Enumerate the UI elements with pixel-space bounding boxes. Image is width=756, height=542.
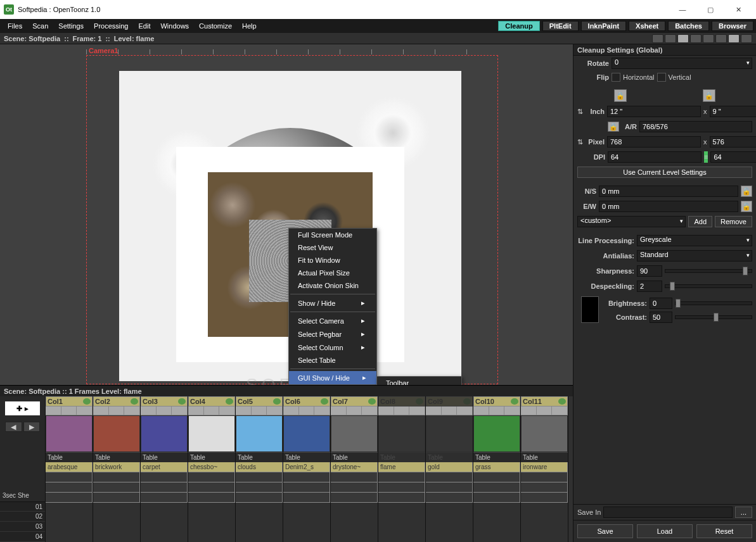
nav-next-button[interactable]: ▶ [23, 422, 41, 432]
frame-cell-empty[interactable] [93, 482, 140, 493]
menu-help[interactable]: Help [237, 22, 262, 30]
menu-item[interactable]: Reset View [289, 241, 376, 254]
eye-icon[interactable] [368, 398, 376, 405]
status-icon-3d[interactable] [690, 34, 702, 43]
frame-cell-empty[interactable] [46, 472, 93, 482]
sharpness-slider[interactable] [665, 269, 752, 273]
frame-cell[interactable]: flame [378, 462, 425, 472]
sharpness-input[interactable] [637, 265, 662, 277]
row-number[interactable]: 04 [0, 532, 45, 542]
column-header[interactable]: Col2 [93, 396, 140, 406]
eye-icon[interactable] [273, 398, 281, 405]
inch-height-input[interactable] [710, 106, 757, 117]
maximize-button[interactable]: ▢ [696, 1, 724, 18]
column-thumbnail[interactable] [474, 416, 520, 451]
column-header[interactable]: Col9 [426, 396, 473, 406]
menu-processing[interactable]: Processing [89, 22, 133, 30]
table-label[interactable]: Table [236, 452, 283, 462]
frame-cell-empty[interactable] [46, 493, 93, 503]
load-button[interactable]: Load [637, 524, 693, 538]
column-thumbnail[interactable] [284, 416, 330, 451]
status-icon-1[interactable] [652, 34, 663, 43]
tab-browser[interactable]: Browser [712, 21, 753, 31]
frame-cell-empty[interactable] [378, 482, 425, 493]
eye-icon[interactable] [83, 398, 91, 405]
tab-pltedit[interactable]: PltEdit [542, 21, 579, 31]
lock-icon[interactable]: 🔒 [703, 89, 715, 102]
frame-cell-empty[interactable] [236, 472, 283, 482]
frame-cell-empty[interactable] [473, 482, 520, 493]
frame-cell-empty[interactable] [46, 482, 93, 493]
frame-cell-empty[interactable] [521, 472, 568, 482]
frame-cell-empty[interactable] [331, 472, 378, 482]
frame-cell-empty[interactable] [188, 472, 235, 482]
tab-batches[interactable]: Batches [668, 21, 709, 31]
eye-icon[interactable] [178, 398, 186, 405]
link-dpi-icon[interactable]: = [704, 151, 708, 163]
column-header[interactable]: Col4 [188, 396, 235, 406]
status-icon-grid[interactable] [665, 34, 676, 43]
column-thumbnail[interactable] [46, 416, 92, 451]
frame-cell[interactable]: gold [426, 462, 473, 472]
ns-input[interactable] [599, 186, 738, 197]
status-icon-preview[interactable] [728, 34, 740, 43]
eye-icon[interactable] [321, 398, 328, 405]
status-icon-5[interactable] [715, 34, 727, 43]
status-icon-camera[interactable] [677, 34, 689, 43]
table-label[interactable]: Table [521, 452, 568, 462]
menu-item[interactable]: Select Table [289, 354, 376, 367]
column-thumbnail[interactable] [331, 416, 377, 451]
column-thumbnail[interactable] [189, 416, 234, 451]
add-frame-button[interactable]: ✚ ▸ [5, 401, 40, 415]
column-toggles[interactable] [378, 406, 425, 415]
lock-icon[interactable]: 🔒 [614, 89, 627, 102]
frame-cell-empty[interactable] [188, 493, 235, 503]
eye-icon[interactable] [416, 398, 423, 405]
use-current-level-button[interactable]: Use Current Level Settings [577, 167, 752, 178]
column-toggles[interactable] [521, 406, 568, 415]
eye-icon[interactable] [511, 398, 518, 405]
frame-cell-empty[interactable] [141, 472, 188, 482]
column-header[interactable]: Col8 [378, 396, 425, 406]
nav-prev-button[interactable]: ◀ [5, 422, 22, 432]
lock-icon[interactable]: 🔓 [741, 186, 752, 197]
contrast-input[interactable] [650, 312, 672, 323]
antialias-select[interactable]: Standard [637, 250, 752, 262]
tab-xsheet[interactable]: Xsheet [629, 21, 665, 31]
column-toggles[interactable] [426, 406, 473, 415]
preset-select[interactable]: <custom> [577, 216, 686, 227]
lock-icon[interactable]: 🔓 [741, 201, 752, 212]
aspect-ratio-input[interactable] [639, 121, 752, 132]
rotate-select[interactable]: 0 [612, 58, 752, 69]
frame-cell[interactable]: carpet [141, 462, 188, 472]
column-thumbnail[interactable] [236, 416, 282, 451]
column-thumbnail[interactable] [426, 416, 472, 451]
column-header[interactable]: Col7 [331, 396, 378, 406]
frame-cell[interactable]: Denim2_s [283, 462, 330, 472]
column-toggles[interactable] [188, 406, 235, 415]
column-toggles[interactable] [331, 406, 378, 415]
brightness-input[interactable] [650, 298, 672, 309]
frame-cell[interactable]: clouds [236, 462, 283, 472]
column-header[interactable]: Col10 [473, 396, 520, 406]
frame-cell-empty[interactable] [378, 493, 425, 503]
despeckling-input[interactable] [637, 280, 662, 292]
column-thumbnail[interactable] [379, 416, 425, 451]
column-thumbnail[interactable] [141, 416, 187, 451]
pixel-width-input[interactable] [607, 136, 701, 148]
frame-cell-empty[interactable] [236, 493, 283, 503]
menu-item[interactable]: GUI Show / Hide▸ [289, 371, 376, 384]
table-label[interactable]: Table [141, 452, 188, 462]
contrast-slider[interactable] [675, 315, 752, 319]
column-header[interactable]: Col11 [521, 396, 568, 406]
eye-icon[interactable] [226, 398, 233, 405]
menu-windows[interactable]: Windows [155, 22, 194, 30]
status-icon-4[interactable] [703, 34, 714, 43]
menu-item[interactable]: Toolbar [377, 377, 461, 385]
column-toggles[interactable] [93, 406, 140, 415]
pixel-height-input[interactable] [710, 136, 757, 148]
frame-cell-empty[interactable] [236, 482, 283, 493]
frame-cell-empty[interactable] [521, 482, 568, 493]
frame-cell-empty[interactable] [473, 472, 520, 482]
menu-item[interactable]: Fit to Window [289, 254, 376, 267]
